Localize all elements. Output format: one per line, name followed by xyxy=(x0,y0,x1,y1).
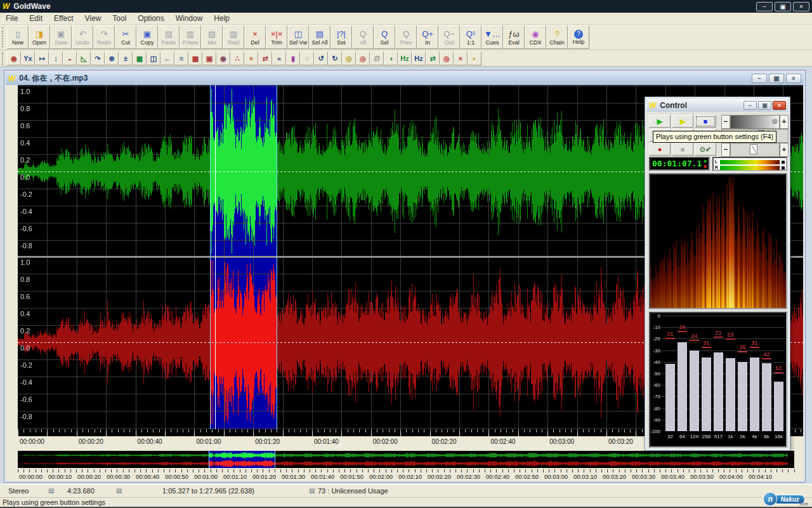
menu-window[interactable]: Window xyxy=(170,13,209,25)
effect-noise-reduction-icon[interactable]: × xyxy=(244,51,258,65)
control-restore-button[interactable]: ▣ xyxy=(758,101,771,110)
effect-loudness-icon[interactable]: ◎ xyxy=(356,51,370,65)
copy-button[interactable]: ▣Copy xyxy=(136,25,158,49)
effect-silence-icon[interactable]: « xyxy=(272,51,286,65)
effect-dynamics-icon[interactable]: Yx xyxy=(21,51,35,65)
effect-crossfade-icon[interactable]: ⇄ xyxy=(258,51,272,65)
menu-effect[interactable]: Effect xyxy=(48,13,79,25)
menu-edit[interactable]: Edit xyxy=(23,13,48,25)
effect-warp-icon[interactable]: ◎ xyxy=(342,51,356,65)
menu-view[interactable]: View xyxy=(79,13,107,25)
monitor-button[interactable]: ⊙✔ xyxy=(695,143,716,156)
effect-noise-gate-icon[interactable]: ◉ xyxy=(216,51,230,65)
speed-minus-button[interactable]: − xyxy=(721,143,730,157)
analyzer-peak-value: 42 xyxy=(762,351,771,358)
effect-echo-icon[interactable]: ↦ xyxy=(35,51,49,65)
overview-time-axis[interactable]: 00:00:0000:00:1000:00:2000:00:3000:00:40… xyxy=(18,469,797,481)
effect-fit-icon[interactable]: ↕ xyxy=(49,51,63,65)
meter-right-label: R xyxy=(715,165,720,170)
volume-minus-button[interactable]: − xyxy=(721,115,730,129)
record-button[interactable]: ● xyxy=(649,143,671,156)
effect-timer-icon[interactable]: ◐ xyxy=(468,51,481,65)
doc-minimize-button[interactable]: − xyxy=(752,74,767,83)
effect-spectrum-icon[interactable]: ▮ xyxy=(286,51,300,65)
control-titlebar[interactable]: W Control − ▣ × xyxy=(647,99,788,112)
time-label: 00:00:20 xyxy=(79,438,103,445)
effect-match-volume-icon[interactable]: ▣ xyxy=(202,51,216,65)
effect-resample-icon[interactable]: Hz xyxy=(412,51,426,65)
effect-equalizer-icon[interactable]: ▦ xyxy=(133,51,147,65)
cdx-button[interactable]: ◉CDX xyxy=(525,25,546,49)
speed-thumb[interactable]: ╲ xyxy=(750,144,757,154)
cues-button[interactable]: ▼…Cues xyxy=(481,25,503,49)
in-button[interactable]: Q+In xyxy=(417,25,438,49)
effect-interpolate-icon[interactable]: ◫ xyxy=(147,51,160,65)
chain-button[interactable]: ?Chain xyxy=(546,25,568,49)
effect-channel-converter-icon[interactable]: ⇄ xyxy=(426,51,440,65)
overview-strip[interactable] xyxy=(18,451,794,468)
volume-plus-button[interactable]: + xyxy=(780,115,789,129)
restore-button[interactable]: ▣ xyxy=(775,2,791,11)
effect-doppler-icon[interactable]: ◉ xyxy=(7,51,21,65)
stop-button[interactable]: ■ xyxy=(695,115,716,128)
effect-vocal-remover-icon[interactable]: × xyxy=(454,51,468,65)
new-button[interactable]: ▯New xyxy=(7,25,29,49)
goldwave-app: W GoldWave − ▣ × FileEditEffectViewToolO… xyxy=(0,0,812,508)
effect-tempo-icon[interactable]: ↻ xyxy=(328,51,342,65)
open-button[interactable]: ◨Open xyxy=(29,25,50,49)
menu-tool[interactable]: Tool xyxy=(107,13,132,25)
doc-close-button[interactable]: × xyxy=(786,74,801,83)
menu-file[interactable]: File xyxy=(0,13,23,25)
effect-center-icon[interactable]: ◑ xyxy=(384,51,398,65)
eval-button[interactable]: ƒωEval xyxy=(503,25,525,49)
overview-time-label: 00:01:40 xyxy=(311,473,334,480)
analyzer-peak-value: 21 xyxy=(714,330,723,336)
close-button[interactable]: × xyxy=(793,2,809,11)
effect-flange-icon[interactable]: ↷ xyxy=(91,51,105,65)
effect-mechanize-icon[interactable]: ⊕ xyxy=(105,51,119,65)
effect-mixer-icon[interactable]: ≡ xyxy=(174,51,188,65)
analyzer-peak-value: 31 xyxy=(750,340,759,346)
speed-plus-button[interactable]: + xyxy=(780,143,789,157)
main-titlebar[interactable]: W GoldWave − ▣ × xyxy=(0,0,812,13)
effect-shape-icon[interactable]: ∴ xyxy=(230,51,244,65)
minimize-button[interactable]: − xyxy=(756,2,773,11)
effects-toolbar-grip[interactable] xyxy=(2,52,4,65)
sel-button[interactable]: QSel xyxy=(374,25,395,49)
cut-button[interactable]: ✂Cut xyxy=(115,25,136,49)
paste-button: ▤Paste xyxy=(158,25,180,49)
effect-pan-icon[interactable]: ○ xyxy=(300,51,314,65)
analyzer-peak-line xyxy=(678,331,687,332)
toolbar-grip[interactable] xyxy=(2,27,4,47)
doc-restore-button[interactable]: ▣ xyxy=(769,74,784,83)
del-button[interactable]: ×Del xyxy=(244,25,266,49)
effect-filter-icon[interactable]: ◺ xyxy=(77,51,91,65)
record-stop-button[interactable]: ■ xyxy=(672,143,693,156)
effect-playback-rate-icon[interactable]: Hz xyxy=(398,51,412,65)
effect-maximize-volume-icon[interactable]: ◎ xyxy=(440,51,454,65)
sel-vw-button[interactable]: ◫Sel Vw xyxy=(287,25,309,49)
help-button[interactable]: ?Help xyxy=(568,25,589,49)
document-titlebar[interactable]: W 04. 你在，不在.mp3 − ▣ × xyxy=(6,72,804,85)
message-bar: Plays using green button settings xyxy=(0,497,812,508)
effect-offset-icon[interactable]: ± xyxy=(119,51,133,65)
1-1-button[interactable]: Q¹1:1 xyxy=(460,25,481,49)
speed-slider[interactable]: ╲ xyxy=(730,143,780,157)
effect-reverse-icon[interactable]: ← xyxy=(160,51,174,65)
control-close-button[interactable]: × xyxy=(773,101,786,110)
volume-slider[interactable]: ◎ xyxy=(730,115,780,129)
play-yellow-button[interactable]: ▶ xyxy=(672,115,693,128)
effect-fade-icon[interactable]: ∅ xyxy=(370,51,384,65)
effect-pitch-icon[interactable]: ↺ xyxy=(314,51,328,65)
sel-vw-icon: ◫ xyxy=(294,29,302,39)
menu-options[interactable]: Options xyxy=(132,13,169,25)
menu-help[interactable]: Help xyxy=(208,13,235,25)
control-minimize-button[interactable]: − xyxy=(743,101,757,110)
play-green-button[interactable]: ▶ xyxy=(649,115,671,128)
set-button[interactable]: |?|Set xyxy=(331,25,352,49)
trim-button[interactable]: ×|×Trim xyxy=(266,25,287,49)
overview-time-label: 00:02:20 xyxy=(428,473,451,480)
effect-matrix-icon[interactable]: ▩ xyxy=(188,51,202,65)
effect-compressor-icon[interactable]: ◒ xyxy=(63,51,77,65)
sel-all-button[interactable]: ▤Sel All xyxy=(309,25,331,49)
